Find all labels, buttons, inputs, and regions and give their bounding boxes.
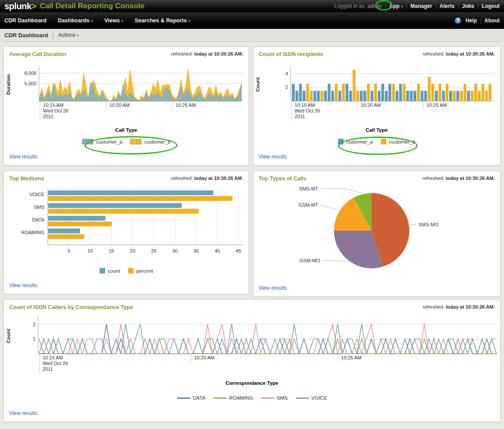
bar-customer_a: [388, 84, 391, 101]
x-tick-label: 15: [109, 248, 114, 253]
bar-customer_a: [449, 91, 452, 101]
category-label: VOICE: [29, 192, 44, 197]
legend-item-percent[interactable]: percent: [128, 268, 153, 274]
legend-item-customer_a[interactable]: customer_a: [338, 139, 373, 144]
help-icon: ?: [455, 18, 461, 24]
jobs-link[interactable]: Jobs: [462, 3, 474, 9]
x-tick-label: 30: [172, 248, 177, 253]
legend-label: customer_a: [96, 139, 122, 144]
legend-item-customer_b[interactable]: customer_b: [381, 139, 415, 144]
about-link[interactable]: About: [484, 18, 500, 24]
panel-top-mediums: Top Mediums refreshed: today at 10:30:26…: [4, 171, 249, 294]
legend-item-customer_b[interactable]: customer_b: [130, 139, 170, 144]
bar-customer_a: [442, 91, 445, 101]
legend-label: ROAMING: [229, 395, 253, 401]
legend-item-count[interactable]: count: [99, 268, 120, 274]
view-results-link[interactable]: View results: [259, 285, 287, 291]
bar-customer_b: [320, 91, 323, 101]
x-tick-label: 20: [130, 248, 135, 253]
y-tick-label: 5,000: [24, 81, 36, 86]
x-tick-label: 5: [67, 248, 70, 253]
bar-customer_b: [485, 91, 488, 101]
hbar-count-DATA: [48, 216, 106, 221]
manager-link[interactable]: Manager: [411, 3, 432, 9]
legend-title: Correspondance Type: [4, 380, 500, 386]
x-tick-label: 10:15 AM: [43, 355, 63, 360]
help-link[interactable]: Help: [465, 18, 477, 24]
separator: |: [53, 32, 54, 38]
hbar-count-SMS: [48, 203, 182, 208]
legend-item-VOICE[interactable]: VOICE: [296, 395, 327, 401]
app-menu[interactable]: App ▾: [389, 3, 403, 9]
pie-slice-label: SMS-MO: [419, 222, 439, 227]
panel-title: Average Call Duration: [9, 51, 66, 57]
hbar-chart-top-mediums: 51015202530354045VOICESMSDATAROAMING: [4, 186, 249, 265]
legend-title: Call Type: [253, 127, 500, 133]
bar-customer_b: [374, 84, 377, 101]
top-header-bar: splunk> Call Detail Reporting Console Lo…: [0, 0, 504, 12]
alerts-link[interactable]: Alerts: [440, 3, 454, 9]
nav-searches-reports[interactable]: Searches & Reports ▾: [135, 18, 190, 24]
line-chart-svg: 1210:15 AMWed Oct 26201110:20 AM10:25 AM…: [4, 312, 501, 379]
legend-item-customer_a[interactable]: customer_a: [82, 139, 122, 144]
area-chart-average-call-duration: 5,0008,00010:15 AMWed Oct 26201110:20 AM…: [4, 61, 249, 127]
bar-chart-svg: 2410:15 AMWed Oct 26201110:20 AM10:25 AM…: [253, 61, 501, 127]
bar-customer_b: [439, 84, 442, 101]
x-tick-label: 10:15 AM: [43, 102, 63, 108]
breadcrumb: CDR Dashboard | Actions ▾: [0, 29, 504, 42]
x-tick-label: 10: [88, 248, 93, 253]
bar-customer_b: [464, 84, 467, 101]
legend-item-ROAMING[interactable]: ROAMING: [213, 395, 253, 401]
bar-customer_a: [360, 91, 363, 101]
legend-item-SMS[interactable]: SMS: [261, 395, 288, 401]
x-tick-label: 2011: [43, 114, 53, 119]
legend-label: customer_b: [144, 139, 170, 144]
bar-customer_b: [367, 84, 370, 101]
x-tick-label: 40: [215, 248, 220, 253]
logged-in-label: Logged in as: [334, 3, 365, 9]
view-results-link[interactable]: View results: [9, 154, 37, 160]
bar-customer_a: [317, 91, 320, 101]
bar-customer_a: [456, 91, 459, 101]
separator: |: [458, 3, 459, 9]
x-tick-label: 10:20 AM: [361, 102, 381, 108]
bar-customer_a: [385, 91, 388, 101]
bar-customer_a: [292, 84, 295, 101]
refresh-status: refreshed: today at 10:30:26 AM.: [171, 176, 243, 181]
bar-customer_a: [406, 91, 409, 101]
bar-customer_a: [363, 91, 366, 101]
nav-views[interactable]: Views ▾: [104, 18, 123, 24]
actions-menu[interactable]: Actions ▾: [58, 32, 79, 38]
hbar-percent-SMS: [48, 209, 199, 214]
pie-chart-top-types-of-calls: SMS-MOGSM-MOGSM-MTSMS-MT: [253, 183, 501, 278]
legend: customer_acustomer_b: [4, 139, 248, 144]
bar-customer_b: [310, 91, 313, 101]
app-title: Call Detail Reporting Console: [40, 2, 145, 11]
bar-customer_a: [435, 91, 438, 101]
bar-customer_a: [399, 84, 402, 101]
x-tick-label: Wed Oct 26: [295, 108, 320, 113]
view-results-link[interactable]: View results: [259, 154, 287, 160]
nav-cdr-dashboard[interactable]: CDR Dashboard: [4, 18, 46, 24]
bar-customer_a: [396, 91, 399, 101]
nav-dashboards[interactable]: Dashboards ▾: [58, 18, 93, 24]
splunk-logo: splunk>: [4, 1, 36, 11]
bar-customer_a: [421, 91, 424, 101]
legend-swatch: [296, 397, 309, 399]
legend-item-DATA[interactable]: DATA: [177, 395, 206, 401]
legend-swatch: [338, 139, 344, 144]
view-results-link[interactable]: View results: [9, 410, 37, 416]
bar-customer_b: [403, 84, 406, 101]
category-label: SMS: [34, 204, 44, 210]
legend-label: SMS: [277, 395, 288, 401]
separator: |: [385, 3, 386, 9]
logout-link[interactable]: Logout: [482, 3, 500, 9]
refresh-status: refreshed: today at 10:30:26 AM.: [422, 304, 495, 309]
panel-title: Top Types of Calls: [259, 176, 306, 182]
bar-customer_a: [349, 91, 352, 101]
bar-customer_b: [446, 84, 449, 101]
chevron-down-icon: ▾: [77, 33, 79, 38]
view-results-link[interactable]: View results: [9, 282, 37, 288]
logged-in-user[interactable]: admin: [367, 3, 382, 9]
x-tick-label: 10:25 AM: [426, 102, 447, 108]
